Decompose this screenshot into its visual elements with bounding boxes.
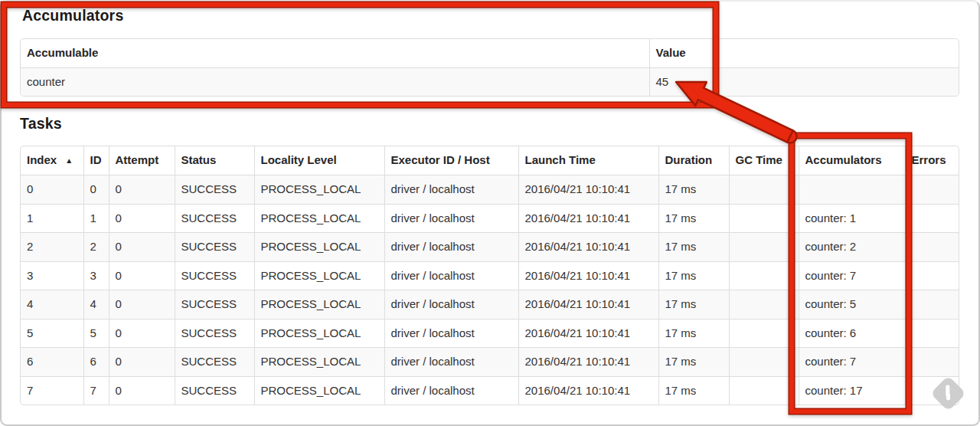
duration-cell: 17 ms: [658, 233, 729, 262]
id-cell: 1: [83, 204, 109, 233]
errors-cell: [905, 204, 959, 233]
launch-time-cell: 2016/04/21 10:10:41: [518, 290, 658, 320]
col-header-executor-id-host[interactable]: Executor ID / Host: [384, 146, 518, 175]
gc-time-cell: [729, 204, 799, 233]
launch-time-cell: 2016/04/21 10:10:41: [518, 319, 658, 348]
accumulators-cell: counter: 1: [799, 204, 905, 233]
index-cell: 7: [21, 376, 83, 405]
accumulators-cell: counter: 2: [799, 233, 905, 262]
col-header-value[interactable]: Value: [649, 39, 959, 67]
attempt-cell: 0: [109, 233, 175, 262]
col-header-id[interactable]: ID: [83, 146, 109, 175]
task-row: 0 0 0 SUCCESS PROCESS_LOCAL driver / loc…: [21, 175, 959, 205]
col-header-status[interactable]: Status: [175, 146, 254, 175]
duration-cell: 17 ms: [658, 319, 729, 348]
executor-cell: driver / localhost: [384, 348, 518, 377]
accumulator-row: counter 45: [21, 67, 959, 96]
gc-time-cell: [729, 175, 799, 205]
status-cell: SUCCESS: [175, 319, 254, 348]
accumulators-cell: counter: 17: [799, 376, 905, 405]
task-row: 3 3 0 SUCCESS PROCESS_LOCAL driver / loc…: [21, 261, 959, 290]
col-header-locality-level[interactable]: Locality Level: [254, 146, 384, 175]
accumulable-name-cell: counter: [21, 67, 649, 96]
id-cell: 5: [83, 319, 109, 348]
task-row: 4 4 0 SUCCESS PROCESS_LOCAL driver / loc…: [21, 290, 959, 320]
id-cell: 7: [83, 376, 109, 405]
id-cell: 4: [83, 290, 109, 320]
index-cell: 0: [21, 175, 83, 205]
status-cell: SUCCESS: [175, 290, 254, 320]
duration-cell: 17 ms: [658, 290, 729, 320]
col-header-gc-time[interactable]: GC Time: [729, 146, 799, 175]
task-row: 6 6 0 SUCCESS PROCESS_LOCAL driver / loc…: [21, 348, 959, 377]
errors-cell: [905, 319, 959, 348]
launch-time-cell: 2016/04/21 10:10:41: [518, 261, 658, 290]
executor-cell: driver / localhost: [384, 319, 518, 348]
status-cell: SUCCESS: [175, 175, 254, 205]
index-cell: 2: [21, 233, 83, 262]
executor-cell: driver / localhost: [384, 204, 518, 233]
accumulators-header-row: Accumulable Value: [21, 39, 959, 67]
col-header-errors[interactable]: Errors: [905, 146, 959, 175]
executor-cell: driver / localhost: [384, 376, 518, 405]
locality-cell: PROCESS_LOCAL: [254, 261, 384, 290]
errors-cell: [905, 233, 959, 262]
status-cell: SUCCESS: [175, 261, 254, 290]
locality-cell: PROCESS_LOCAL: [254, 319, 384, 348]
col-header-attempt[interactable]: Attempt: [109, 146, 175, 175]
task-row: 7 7 0 SUCCESS PROCESS_LOCAL driver / loc…: [21, 376, 959, 405]
gc-time-cell: [729, 290, 799, 320]
gc-time-cell: [729, 348, 799, 377]
status-cell: SUCCESS: [175, 348, 254, 377]
gc-time-cell: [729, 261, 799, 290]
duration-cell: 17 ms: [658, 175, 729, 205]
gc-time-cell: [729, 319, 799, 348]
task-row: 5 5 0 SUCCESS PROCESS_LOCAL driver / loc…: [21, 319, 959, 348]
col-header-launch-time[interactable]: Launch Time: [518, 146, 658, 175]
status-cell: SUCCESS: [175, 376, 254, 405]
locality-cell: PROCESS_LOCAL: [254, 290, 384, 320]
attempt-cell: 0: [109, 261, 175, 290]
index-cell: 5: [21, 319, 83, 348]
launch-time-cell: 2016/04/21 10:10:41: [518, 204, 658, 233]
accumulators-cell: counter: 7: [799, 348, 905, 377]
executor-cell: driver / localhost: [384, 261, 518, 290]
status-cell: SUCCESS: [175, 204, 254, 233]
accumulable-value-cell: 45: [649, 67, 959, 96]
attempt-cell: 0: [109, 376, 175, 405]
locality-cell: PROCESS_LOCAL: [254, 348, 384, 377]
attempt-cell: 0: [109, 290, 175, 320]
status-cell: SUCCESS: [175, 233, 254, 262]
col-header-index[interactable]: Index▲: [21, 146, 83, 175]
tasks-header-row: Index▲ ID Attempt Status Locality Level …: [21, 146, 959, 175]
accumulators-cell: counter: 7: [799, 261, 905, 290]
executor-cell: driver / localhost: [384, 175, 518, 205]
launch-time-cell: 2016/04/21 10:10:41: [518, 348, 658, 377]
duration-cell: 17 ms: [658, 261, 729, 290]
col-header-duration[interactable]: Duration: [658, 146, 729, 175]
duration-cell: 17 ms: [658, 204, 729, 233]
executor-cell: driver / localhost: [384, 233, 518, 262]
id-cell: 2: [83, 233, 109, 262]
launch-time-cell: 2016/04/21 10:10:41: [518, 175, 658, 205]
attempt-cell: 0: [109, 204, 175, 233]
index-cell: 3: [21, 261, 83, 290]
index-cell: 4: [21, 290, 83, 320]
launch-time-cell: 2016/04/21 10:10:41: [518, 233, 658, 262]
accumulators-cell: [799, 175, 905, 205]
id-cell: 3: [83, 261, 109, 290]
errors-cell: [905, 175, 959, 205]
col-header-accumulators[interactable]: Accumulators: [799, 146, 905, 175]
annotation-arrow-tail: [784, 130, 797, 143]
locality-cell: PROCESS_LOCAL: [254, 376, 384, 405]
locality-cell: PROCESS_LOCAL: [254, 175, 384, 205]
errors-cell: [905, 261, 959, 290]
col-header-accumulable[interactable]: Accumulable: [21, 39, 649, 67]
tasks-section-title: Tasks: [20, 113, 62, 133]
locality-cell: PROCESS_LOCAL: [254, 233, 384, 262]
gc-time-cell: [729, 376, 799, 405]
index-cell: 1: [21, 204, 83, 233]
accumulators-cell: counter: 5: [799, 290, 905, 320]
gc-time-cell: [729, 233, 799, 262]
errors-cell: [905, 348, 959, 377]
